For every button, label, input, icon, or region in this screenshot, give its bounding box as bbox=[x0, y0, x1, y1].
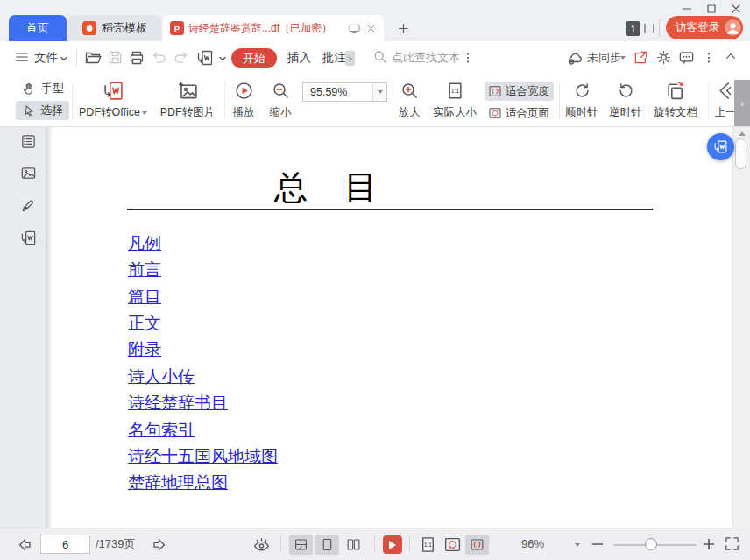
tab-document[interactable]: P 诗经楚辞鉴赏辞...df（已加密） bbox=[163, 15, 384, 41]
toc-link[interactable]: 诗经楚辞书目 bbox=[128, 392, 228, 415]
page-title: 总 目 bbox=[274, 166, 379, 210]
toc-link[interactable]: 凡例 bbox=[128, 232, 161, 255]
tab-count-badge[interactable]: 1 bbox=[626, 21, 640, 36]
pdf-to-office-button[interactable]: PDF转Office bbox=[75, 79, 151, 120]
minimize-button[interactable] bbox=[675, 0, 699, 18]
file-chevron-down-icon[interactable] bbox=[60, 54, 68, 63]
two-page-view-button[interactable] bbox=[342, 535, 365, 555]
zoom-out-icon bbox=[271, 81, 291, 101]
rotate-document-button[interactable]: 旋转文档 bbox=[648, 79, 703, 120]
zoom-minus-icon[interactable] bbox=[591, 537, 605, 551]
fit-page-icon bbox=[488, 106, 502, 120]
file-menu[interactable]: 文件 bbox=[34, 41, 58, 74]
actual-size-status-icon[interactable]: 1:1 bbox=[419, 535, 437, 554]
monitor-icon[interactable] bbox=[348, 22, 361, 35]
search-icon[interactable] bbox=[372, 49, 388, 65]
fit-page-button[interactable]: 适合页面 bbox=[485, 103, 554, 123]
maximize-button[interactable] bbox=[699, 0, 724, 18]
eye-protection-icon[interactable] bbox=[252, 535, 271, 554]
ribbon-tab-start[interactable]: 开始 bbox=[231, 48, 277, 68]
ribbon-overflow-button[interactable]: › bbox=[734, 80, 750, 126]
scroll-up-arrow-icon[interactable] bbox=[739, 131, 746, 136]
collapse-ribbon-chevron-icon[interactable] bbox=[724, 49, 738, 63]
ribbon-tab-comment[interactable]: 批注 bbox=[322, 41, 346, 74]
sync-status-label[interactable]: 未同步 bbox=[587, 41, 621, 74]
play-button[interactable]: 播放 bbox=[226, 79, 261, 120]
select-tool-button[interactable]: 选择 bbox=[16, 101, 69, 120]
ribbon-tab-insert[interactable]: 插入 bbox=[287, 41, 311, 74]
comment-bubble-icon[interactable] bbox=[678, 49, 695, 66]
tab-overflow-button[interactable]: > bbox=[345, 51, 355, 66]
pdf-to-image-button[interactable]: PDF转图片 bbox=[154, 79, 221, 120]
ribbon-divider bbox=[224, 82, 225, 119]
toc-link[interactable]: 前言 bbox=[128, 259, 161, 281]
print-icon[interactable] bbox=[128, 49, 145, 67]
save-icon[interactable] bbox=[107, 49, 124, 66]
toc-link[interactable]: 篇目 bbox=[128, 286, 161, 308]
hamburger-menu-icon[interactable] bbox=[14, 49, 30, 65]
zoom-percent-label[interactable]: 96% bbox=[513, 528, 553, 560]
previous-page-icon[interactable] bbox=[16, 535, 33, 553]
fullscreen-icon[interactable] bbox=[724, 535, 740, 552]
images-icon[interactable] bbox=[20, 165, 37, 181]
fit-width-button[interactable]: 适合宽度 bbox=[485, 82, 554, 101]
tab-templates[interactable]: 稻壳模板 bbox=[68, 15, 161, 41]
open-file-icon[interactable] bbox=[84, 49, 102, 67]
single-page-icon bbox=[320, 537, 335, 552]
find-text-field[interactable]: 点此查找文本 bbox=[392, 41, 460, 74]
toc-link[interactable]: 名句索引 bbox=[128, 419, 195, 442]
toc-link[interactable]: 诗人小传 bbox=[128, 365, 195, 388]
export-chevron-down-icon[interactable] bbox=[218, 54, 227, 63]
visitor-login-button[interactable]: 访客登录 bbox=[666, 16, 743, 39]
toc-link[interactable]: 附录 bbox=[128, 338, 161, 361]
zoom-level-combobox[interactable]: 95.59% bbox=[302, 82, 387, 102]
export-word-panel-icon[interactable] bbox=[20, 230, 37, 246]
scrollbar-thumb[interactable] bbox=[735, 138, 746, 169]
outline-list-icon[interactable] bbox=[20, 133, 37, 150]
convert-to-word-float-button[interactable] bbox=[707, 133, 734, 160]
current-page-input[interactable] bbox=[40, 535, 90, 554]
pen-sign-icon[interactable] bbox=[20, 197, 37, 214]
share-icon[interactable] bbox=[633, 49, 649, 66]
actual-size-button[interactable]: 1:1 实际大小 bbox=[431, 79, 478, 120]
more-options-kebab-icon[interactable] bbox=[703, 52, 715, 64]
vertical-scrollbar[interactable] bbox=[732, 127, 750, 528]
close-tab-icon[interactable] bbox=[365, 23, 377, 34]
single-page-view-button[interactable] bbox=[315, 535, 339, 555]
fit-width-status-button[interactable] bbox=[465, 535, 489, 555]
gear-icon[interactable] bbox=[655, 49, 672, 66]
zoom-percent-caret-icon[interactable] bbox=[575, 543, 580, 547]
rotate-counterclockwise-button[interactable]: 逆时针 bbox=[605, 79, 647, 120]
toc-link[interactable]: 诗经十五国风地域图 bbox=[128, 445, 278, 468]
hand-tool-button[interactable]: 手型 bbox=[16, 79, 70, 98]
redo-icon[interactable] bbox=[173, 49, 189, 66]
new-tab-button[interactable] bbox=[394, 19, 412, 37]
toc-link[interactable]: 楚辞地理总图 bbox=[128, 471, 228, 494]
rotate-clockwise-button[interactable]: 顺时针 bbox=[561, 79, 603, 120]
page-edge-shadow bbox=[46, 127, 53, 528]
tab-home[interactable]: 首页 bbox=[9, 15, 67, 41]
zoom-out-button[interactable]: 缩小 bbox=[263, 79, 298, 120]
cloud-sync-icon[interactable] bbox=[566, 49, 584, 67]
actual-size-icon: 1:1 bbox=[445, 81, 465, 101]
left-panel bbox=[0, 127, 46, 528]
next-page-icon[interactable] bbox=[151, 535, 168, 553]
undo-icon[interactable] bbox=[151, 49, 167, 66]
document-viewport: 总 目 凡例 前言 篇目 正文 附录 诗人小传 诗经楚辞书目 名句索引 诗经十五… bbox=[0, 127, 750, 528]
export-to-word-icon[interactable] bbox=[196, 49, 214, 67]
close-window-button[interactable] bbox=[724, 0, 748, 18]
slideshow-play-button[interactable] bbox=[383, 535, 402, 554]
zoom-plus-icon[interactable] bbox=[702, 537, 716, 551]
convert-to-word-icon bbox=[713, 139, 728, 154]
reading-mode-icon bbox=[294, 537, 308, 552]
pdf-to-office-icon bbox=[103, 80, 124, 102]
search-options-dots-icon[interactable] bbox=[462, 52, 474, 64]
wps-pdf-window: 首页 稻壳模板 P 诗经楚辞鉴赏辞...df（已加密） 1 访客登录 文件 bbox=[0, 0, 750, 560]
statusbar-divider bbox=[374, 536, 375, 552]
fit-page-status-icon[interactable] bbox=[443, 535, 462, 554]
toc-link[interactable]: 正文 bbox=[128, 312, 161, 335]
zoom-slider-thumb[interactable] bbox=[645, 538, 657, 550]
zoom-level-dropdown-icon[interactable] bbox=[372, 83, 386, 101]
reading-mode-button[interactable] bbox=[289, 535, 313, 555]
zoom-in-button[interactable]: 放大 bbox=[392, 79, 427, 120]
